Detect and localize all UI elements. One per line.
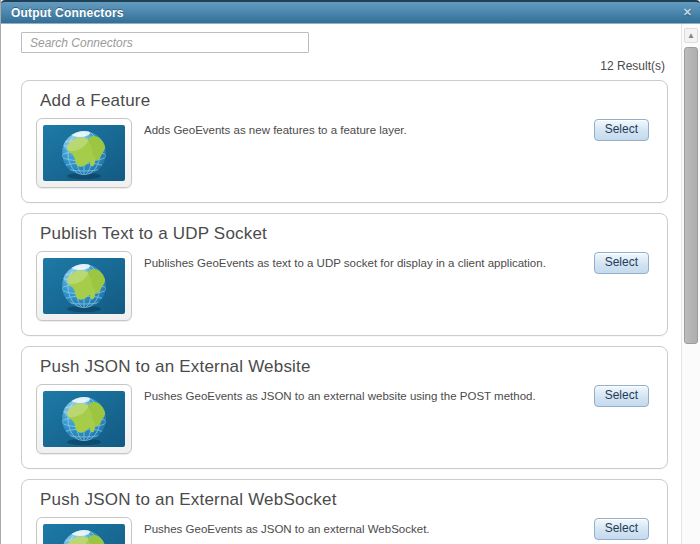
connector-description: Pushes GeoEvents as JSON to an external … — [144, 384, 594, 404]
connector-card-publish-text-udp: Publish Text to a UDP Socket — [21, 213, 668, 336]
globe-icon — [43, 524, 125, 544]
output-connectors-dialog: Output Connectors ✕ 12 Result(s) Add a F… — [0, 0, 700, 544]
connector-title: Push JSON to an External WebSocket — [40, 488, 649, 512]
globe-icon — [43, 258, 125, 314]
connector-description: Publishes GeoEvents as text to a UDP soc… — [144, 251, 594, 271]
dialog-titlebar: Output Connectors ✕ — [1, 0, 700, 24]
select-button[interactable]: Select — [594, 385, 649, 407]
connector-title: Publish Text to a UDP Socket — [40, 222, 649, 246]
dialog-title: Output Connectors — [11, 6, 124, 20]
connector-description: Pushes GeoEvents as JSON to an external … — [144, 517, 594, 537]
results-count: 12 Result(s) — [21, 59, 665, 73]
dialog-content: 12 Result(s) Add a Feature — [2, 24, 681, 544]
scrollbar-thumb[interactable] — [684, 47, 698, 344]
search-input[interactable] — [21, 32, 309, 53]
connector-description: Adds GeoEvents as new features to a feat… — [144, 118, 594, 138]
select-button[interactable]: Select — [594, 518, 649, 540]
connector-title: Add a Feature — [40, 89, 649, 113]
connector-thumbnail — [36, 384, 132, 454]
globe-icon — [43, 125, 125, 181]
scroll-up-icon[interactable]: ▲ — [684, 28, 698, 43]
connector-card-add-a-feature: Add a Feature — [21, 80, 668, 203]
vertical-scrollbar[interactable]: ▲ — [681, 24, 700, 544]
connector-thumbnail — [36, 118, 132, 188]
connector-thumbnail — [36, 517, 132, 544]
close-icon[interactable]: ✕ — [683, 7, 692, 18]
connector-thumbnail — [36, 251, 132, 321]
connector-title: Push JSON to an External Website — [40, 355, 649, 379]
connector-card-push-json-website: Push JSON to an External Website — [21, 346, 668, 469]
connector-card-push-json-websocket: Push JSON to an External WebSocket — [21, 479, 668, 544]
select-button[interactable]: Select — [594, 252, 649, 274]
globe-icon — [43, 391, 125, 447]
select-button[interactable]: Select — [594, 119, 649, 141]
